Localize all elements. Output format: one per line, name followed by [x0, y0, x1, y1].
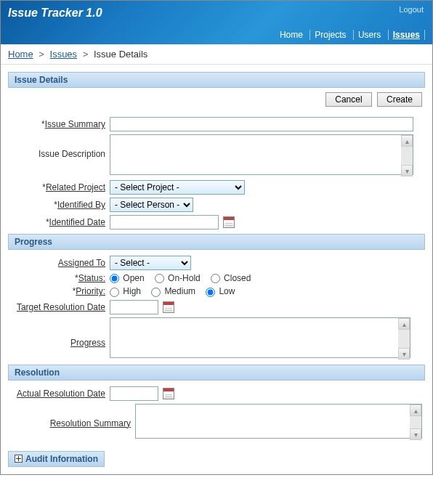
breadcrumb-sep: > [39, 49, 44, 60]
status-onhold-radio[interactable] [155, 274, 164, 283]
nav-home[interactable]: Home [275, 30, 307, 40]
identified-by-select[interactable]: - Select Person - [110, 198, 193, 212]
issue-description-label: Issue Description [39, 149, 105, 159]
issue-description-textarea[interactable] [110, 134, 413, 175]
target-date-label: Target Resolution Date [17, 302, 105, 312]
section-progress: Progress [8, 234, 425, 250]
calendar-icon[interactable] [223, 216, 235, 228]
progress-textarea[interactable] [110, 317, 410, 358]
related-project-label: Related Project [46, 182, 105, 192]
issue-summary-input[interactable] [110, 117, 413, 131]
status-closed-radio[interactable] [211, 274, 220, 283]
calendar-icon[interactable] [163, 301, 174, 313]
status-radio-group: Open On-Hold Closed [110, 273, 425, 283]
priority-medium-radio[interactable] [151, 288, 161, 297]
expand-icon[interactable] [15, 455, 23, 463]
breadcrumb: Home > Issues > Issue Details [1, 44, 432, 65]
related-project-select[interactable]: - Select Project - [110, 180, 245, 195]
scrollbar[interactable]: ▴▾ [401, 135, 413, 176]
breadcrumb-home[interactable]: Home [8, 49, 33, 60]
priority-high-radio[interactable] [110, 288, 119, 297]
priority-low-radio[interactable] [206, 288, 215, 297]
nav-issues[interactable]: Issues [388, 30, 424, 40]
breadcrumb-current: Issue Details [94, 49, 147, 60]
top-nav: Home Projects Users Issues [275, 30, 425, 40]
app-header: Issue Tracker 1.0 Logout Home Projects U… [1, 1, 432, 44]
cancel-button[interactable]: Cancel [325, 92, 371, 107]
assigned-to-label: Assigned To [58, 258, 105, 268]
calendar-icon[interactable] [163, 388, 174, 399]
issue-summary-label: Issue Summary [45, 119, 105, 129]
audit-title: Audit Information [25, 454, 98, 464]
identified-date-input[interactable] [110, 215, 219, 229]
scrollbar[interactable]: ▴▾ [398, 318, 410, 359]
actual-date-input[interactable] [110, 386, 158, 401]
nav-users[interactable]: Users [353, 30, 385, 40]
section-resolution: Resolution [8, 365, 425, 381]
assigned-to-select[interactable]: - Select - [110, 256, 191, 270]
scroll-down-icon[interactable]: ▾ [410, 428, 421, 440]
progress-label: Progress [70, 338, 105, 348]
scroll-up-icon[interactable]: ▴ [401, 135, 413, 147]
section-issue-details: Issue Details [8, 72, 425, 88]
resolution-summary-textarea[interactable] [135, 404, 422, 439]
breadcrumb-sep: > [83, 49, 89, 60]
actual-date-label: Actual Resolution Date [17, 389, 105, 399]
breadcrumb-issues[interactable]: Issues [50, 49, 78, 60]
priority-label: Priority: [76, 286, 105, 296]
status-label: Status: [78, 273, 105, 283]
app-title: Issue Tracker 1.0 [8, 7, 425, 20]
identified-date-label: Identified Date [49, 217, 105, 227]
target-date-input[interactable] [110, 300, 158, 314]
button-row: Cancel Create [8, 88, 425, 114]
scroll-down-icon[interactable]: ▾ [398, 348, 410, 359]
scroll-up-icon[interactable]: ▴ [410, 405, 421, 416]
logout-link[interactable]: Logout [399, 5, 424, 14]
status-open-radio[interactable] [110, 274, 119, 283]
scroll-down-icon[interactable]: ▾ [401, 165, 413, 176]
identified-by-label: Identified By [57, 200, 105, 210]
create-button[interactable]: Create [377, 92, 422, 107]
section-audit[interactable]: Audit Information [8, 451, 105, 467]
scrollbar[interactable]: ▴▾ [410, 405, 421, 440]
priority-radio-group: High Medium Low [110, 286, 425, 296]
nav-projects[interactable]: Projects [309, 30, 350, 40]
scroll-up-icon[interactable]: ▴ [398, 318, 410, 330]
resolution-summary-label: Resolution Summary [50, 418, 131, 428]
